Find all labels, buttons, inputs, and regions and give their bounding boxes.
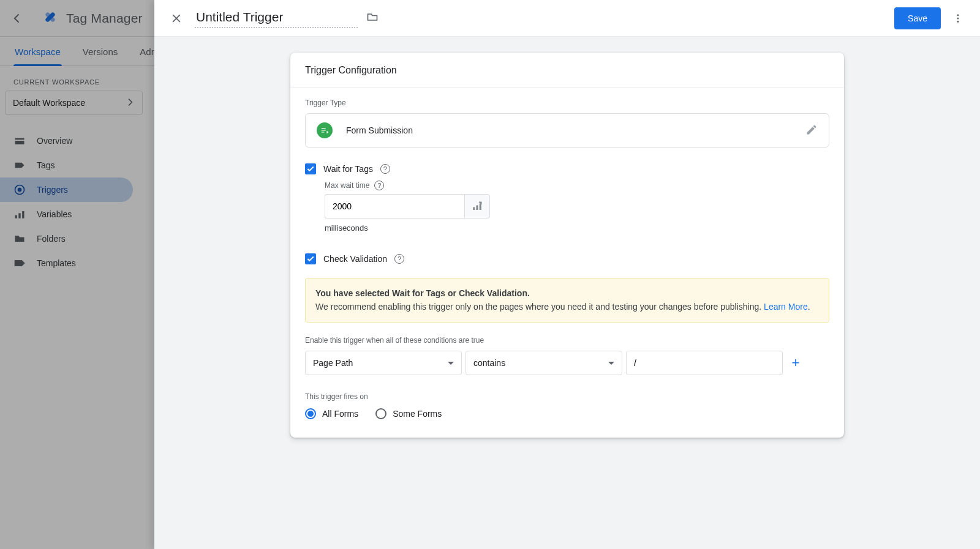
add-condition-button[interactable]: +: [786, 355, 805, 371]
help-icon[interactable]: ?: [374, 181, 384, 190]
dropdown-icon: [608, 362, 614, 365]
sidebar-item-label: Overview: [37, 136, 72, 146]
svg-rect-5: [18, 213, 20, 218]
folder-icon[interactable]: [366, 11, 379, 25]
learn-more-link[interactable]: Learn More: [764, 302, 808, 312]
info-dot: .: [808, 302, 810, 312]
check-validation-label: Check Validation: [323, 254, 387, 264]
help-icon[interactable]: ?: [394, 254, 404, 264]
form-submission-icon: [317, 122, 333, 138]
fires-on-label: This trigger fires on: [305, 392, 829, 401]
gtm-logo-icon: [42, 9, 59, 28]
sidebar-item-triggers[interactable]: Triggers: [0, 177, 133, 202]
svg-rect-6: [22, 211, 24, 218]
svg-point-7: [957, 14, 959, 16]
max-wait-unit: milliseconds: [325, 223, 829, 233]
condition-variable-select[interactable]: Page Path: [305, 351, 462, 375]
svg-point-3: [18, 188, 22, 192]
max-wait-input[interactable]: [325, 194, 464, 218]
sidebar-item-tags[interactable]: Tags: [0, 153, 133, 177]
chevron-right-icon: [125, 97, 135, 109]
svg-rect-10: [473, 207, 475, 211]
sidebar-item-label: Templates: [37, 258, 76, 268]
svg-point-8: [957, 17, 959, 19]
sidebar-item-label: Triggers: [37, 185, 68, 195]
sidebar-item-variables[interactable]: Variables: [0, 202, 133, 226]
back-arrow-icon[interactable]: [10, 11, 24, 26]
trigger-type-name: Form Submission: [346, 125, 413, 135]
sidebar-item-label: Tags: [37, 160, 55, 170]
info-bold: You have selected Wait for Tags or Check…: [315, 288, 530, 298]
sidebar-item-templates[interactable]: Templates: [0, 251, 133, 275]
trigger-type-row[interactable]: Form Submission: [305, 113, 829, 148]
dropdown-icon: [448, 362, 454, 365]
wait-for-tags-label: Wait for Tags: [323, 164, 373, 174]
info-banner: You have selected Wait for Tags or Check…: [305, 278, 829, 323]
workspace-name: Default Workspace: [13, 98, 85, 108]
sidebar-item-label: Variables: [37, 209, 72, 219]
sidebar-item-overview[interactable]: Overview: [0, 129, 133, 153]
app-title: Tag Manager: [66, 11, 143, 26]
trigger-editor-panel: Save Trigger Configuration Trigger Type …: [154, 0, 980, 549]
variable-picker-icon[interactable]: [464, 194, 490, 218]
sidebar-item-folders[interactable]: Folders: [0, 226, 133, 251]
radio-icon: [305, 408, 316, 419]
more-menu-icon[interactable]: [947, 7, 969, 29]
radio-icon: [375, 408, 386, 419]
close-icon[interactable]: [165, 7, 187, 29]
condition-value-input[interactable]: [626, 351, 783, 375]
trigger-name-input[interactable]: [195, 9, 358, 28]
radio-all-label: All Forms: [322, 409, 358, 419]
sidebar-item-label: Folders: [37, 234, 66, 244]
condition-operator-value: contains: [473, 358, 505, 368]
radio-all-forms[interactable]: All Forms: [305, 408, 358, 419]
save-button[interactable]: Save: [894, 7, 941, 29]
condition-variable-value: Page Path: [313, 358, 353, 368]
help-icon[interactable]: ?: [380, 164, 390, 174]
card-heading: Trigger Configuration: [290, 53, 844, 88]
svg-rect-11: [477, 206, 478, 211]
max-wait-label: Max wait time: [325, 181, 369, 190]
conditions-label: Enable this trigger when all of these co…: [305, 336, 829, 345]
current-workspace-label: CURRENT WORKSPACE: [0, 78, 148, 91]
condition-operator-select[interactable]: contains: [466, 351, 622, 375]
edit-icon[interactable]: [805, 124, 818, 138]
info-text: We recommend enabling this trigger only …: [315, 302, 764, 312]
svg-point-13: [480, 203, 481, 204]
tab-versions[interactable]: Versions: [81, 47, 119, 65]
tab-workspace[interactable]: Workspace: [13, 47, 62, 65]
radio-some-label: Some Forms: [393, 409, 442, 419]
wait-for-tags-checkbox[interactable]: [305, 163, 316, 174]
radio-some-forms[interactable]: Some Forms: [375, 408, 442, 419]
svg-rect-4: [15, 215, 17, 218]
trigger-type-label: Trigger Type: [305, 99, 829, 107]
svg-rect-12: [480, 204, 481, 211]
check-validation-checkbox[interactable]: [305, 253, 316, 264]
workspace-selector[interactable]: Default Workspace: [5, 91, 143, 115]
svg-point-9: [957, 20, 959, 22]
